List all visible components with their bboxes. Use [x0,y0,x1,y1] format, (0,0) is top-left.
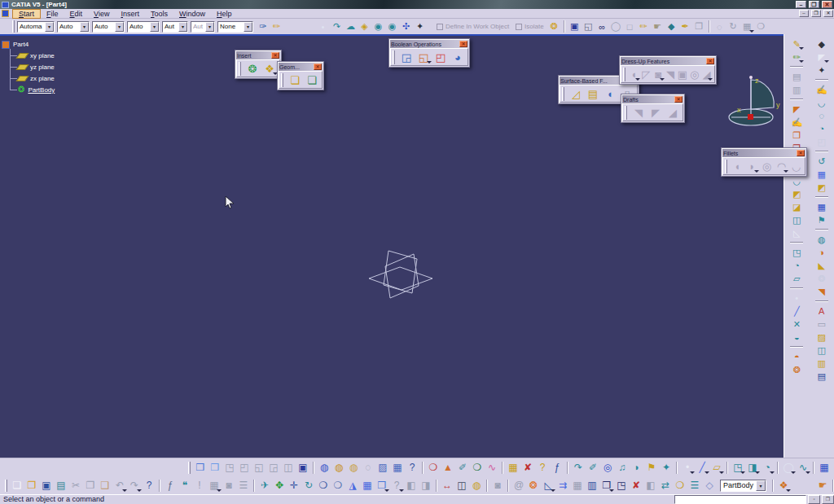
sketcher-icon[interactable]: ✎ [789,37,804,50]
catalyst-curve-icon[interactable]: ↷ [571,461,586,475]
measure-icon[interactable]: ▥ [814,357,829,370]
plane-icon[interactable]: ▱ [709,461,724,475]
flag-note-icon[interactable]: ⚑ [814,213,829,226]
paint-icon[interactable]: ▨ [814,331,829,344]
draft-angle-icon[interactable]: ◙ [652,67,665,81]
view-mode-help-icon[interactable]: ? [405,461,419,475]
sweep-surface-icon[interactable]: ◪ [789,200,804,213]
tree-item-partbody[interactable]: ❂ PartBody [8,84,55,95]
top-view-icon[interactable]: ◲ [266,461,281,475]
tree-item-zx-plane[interactable]: zx plane [8,72,55,84]
paste-icon[interactable]: ❑ [98,479,112,493]
surface-gray-icon[interactable]: ◧ [643,479,658,493]
zoom-out-icon[interactable]: ❍ [331,479,345,493]
pencil-icon[interactable]: ✏ [637,20,651,33]
catalog-bee-icon[interactable]: ❂ [547,20,561,33]
axis-draft-icon[interactable]: ◺ [541,479,555,493]
render-help-icon[interactable]: ? [389,479,404,493]
named-views-icon[interactable]: ▣ [296,461,310,475]
chevron-down-icon[interactable]: ▾ [150,22,159,32]
insert-toolbar[interactable]: Insert ✕ ❂❖ [235,50,282,79]
album-icon[interactable]: ▥ [789,83,804,96]
work-support-icon[interactable]: ◩ [814,181,829,194]
frame-icon[interactable]: ▣ [568,20,582,33]
surface-check-icon[interactable]: ◗ [630,461,644,475]
annotation-notes-icon[interactable]: ♫ [615,461,630,475]
select-arrow-icon[interactable]: ◤ [789,103,804,116]
chordal-fillet-icon[interactable]: ◎ [760,159,774,173]
run-analysis-icon[interactable]: ✦ [659,461,674,475]
union-trim-icon[interactable]: ◕ [450,50,466,64]
boundary-icon[interactable]: ◓ [789,350,804,363]
fly-mode-icon[interactable]: ✈ [257,479,272,493]
toolbar-handle[interactable] [12,20,15,33]
depth-magnifier-icon[interactable]: ❍ [426,461,441,475]
target-select-icon[interactable]: ❂ [814,272,829,285]
print-icon[interactable]: ▤ [54,479,68,493]
normal-view-icon[interactable]: ◮ [345,479,360,493]
menu-item[interactable]: Help [211,9,238,19]
toolbar-handle[interactable] [281,73,283,87]
toolbar-handle[interactable] [725,160,727,173]
filter-combo-2[interactable]: Auto▾ [57,21,90,33]
iso-view-icon[interactable]: ❒ [193,461,208,475]
right-view-icon[interactable]: ◱ [252,461,266,475]
mirror-icon[interactable]: ◫ [814,344,829,357]
cloud-icon[interactable]: ☁ [344,20,358,33]
geometrical-set-icon[interactable]: ❏ [287,72,303,87]
orange-surface-icon[interactable]: ◑ [814,246,829,259]
square-icon[interactable]: □ [623,20,637,33]
chamfer-icon[interactable]: ◸ [640,67,652,81]
design-table-icon[interactable]: ▦ [506,461,520,475]
toolbar-handle[interactable] [188,462,191,474]
tritangent-fillet-icon[interactable]: ◡ [789,159,803,173]
point-icon[interactable]: • [789,291,804,305]
close-icon[interactable]: ✕ [314,64,322,70]
dashed-target-icon[interactable]: ◰ [814,135,829,148]
hand-icon[interactable]: ☛ [651,20,665,33]
work-grid-icon[interactable]: ▦ [814,168,829,181]
toolbar-titlebar[interactable]: Geom... ✕ [279,63,323,71]
surface-pair-icon[interactable]: ◔ [814,122,829,135]
filter-combo-5[interactable]: Aut▾ [162,21,188,33]
document-icon[interactable] [2,10,9,17]
zoom-in-icon[interactable]: ❍ [316,479,331,493]
remove-icon[interactable]: ◰ [432,50,449,64]
power-input-toggle-button[interactable]: ▫ [808,495,820,504]
doc-window-button[interactable]: ❐ [822,495,834,504]
power-input[interactable] [674,495,806,504]
chevron-down-icon[interactable]: ▾ [115,22,124,32]
draft-reflect-icon[interactable]: ◤ [647,105,664,120]
geometrical-set-toolbar[interactable]: Geom... ✕ ❏❏ [277,61,324,90]
pen-icon[interactable]: ✒ [678,20,692,33]
text-annotation-icon[interactable]: A [814,305,829,318]
checkbox-icon[interactable] [437,24,443,30]
shaded-box2-icon[interactable]: ◨ [419,479,433,493]
maximize-button[interactable]: ❐ [809,1,819,8]
chevron-down-icon[interactable]: ▾ [205,22,214,32]
toolbar-titlebar[interactable]: Drafts ✕ [622,95,683,103]
toolbar-handle[interactable] [239,62,241,76]
filter-combo-6[interactable]: Aut▾ [191,21,215,33]
toolbar-handle[interactable] [625,106,627,120]
toolbar-handle[interactable] [623,68,626,81]
sphere-surface-icon[interactable]: ◔ [789,259,804,272]
redo-icon[interactable]: ↷ [127,479,142,493]
fillets-toolbar[interactable]: Fillets ✕ ◖◗◎◠◡ [721,147,807,177]
depth-effect-icon[interactable]: ∿ [485,461,499,475]
menu-item[interactable]: Start [12,9,41,19]
menu-item[interactable]: View [88,9,115,19]
shading-hidden-edges-icon[interactable]: ◍ [346,461,361,475]
folder-icon[interactable]: ❐ [692,20,706,33]
boolean-operations-toolbar[interactable]: Boolean Operations ✕ ◲◱◰◕ [388,38,470,68]
dress-up-features-toolbar[interactable]: Dress-Up Features ✕ ◖◸◙◥▣◎◢ [619,55,717,85]
scene-magnifier-icon[interactable]: ❍ [470,461,485,475]
wireframe-icon[interactable]: ◌ [361,461,375,475]
tools-palette-combo[interactable]: PartBody ▾ [720,480,766,492]
menu-item[interactable]: Tools [145,9,173,19]
filter-combo-1[interactable]: Automa▾ [17,21,55,33]
assemble-icon[interactable]: ◲ [398,50,415,64]
close-button[interactable]: ✕ [822,1,832,8]
menu-item[interactable]: Window [173,9,211,19]
chevron-down-icon[interactable]: ▾ [244,22,252,32]
